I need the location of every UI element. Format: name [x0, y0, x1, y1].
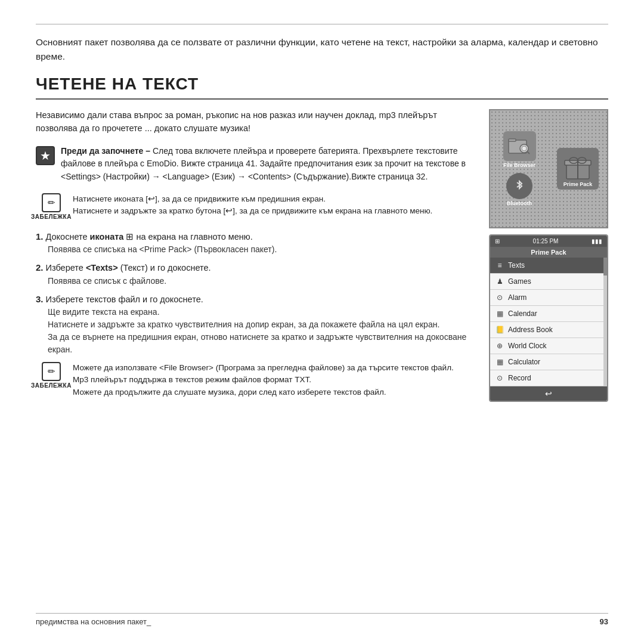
- footer-left: предимства на основния пакет_: [36, 617, 151, 626]
- right-column: File Browser Bluetooth: [489, 109, 608, 613]
- screen-back-button[interactable]: ↩: [490, 386, 607, 401]
- step2-text: Изберете <Texts> (Текст) и го докоснете.: [46, 263, 211, 273]
- menu-item-games[interactable]: ♟Games: [490, 274, 603, 290]
- step3-num: 3.: [36, 294, 44, 304]
- menu-item-label-3: Calendar: [508, 309, 537, 318]
- step2-sub: Появява се списък с файлове.: [48, 275, 478, 287]
- menu-item-address-book[interactable]: 📒Address Book: [490, 322, 603, 338]
- svg-line-4: [527, 151, 530, 154]
- step3-sub2: Натиснете и задръжте за кратко чувствите…: [48, 318, 478, 331]
- menu-item-calculator[interactable]: ▦Calculator: [490, 354, 603, 370]
- screen-title: Prime Pack: [490, 247, 607, 258]
- menu-item-texts[interactable]: ≡Texts: [490, 258, 603, 274]
- step-3: 3. Изберете текстов файл и го докоснете.…: [36, 292, 478, 356]
- scrollbar-track: [603, 258, 607, 386]
- zab1-label: ЗАБЕЛЕЖКА: [31, 213, 72, 220]
- menu-item-label-2: Alarm: [508, 293, 527, 302]
- file-browser-svg: [507, 135, 531, 157]
- zab2-line1: Можете да използвате <File Browser> (Про…: [73, 362, 478, 374]
- svg-point-3: [522, 146, 527, 151]
- note-zab1-block: ✏ ЗАБЕЛЕЖКА Натиснете иконата [↩], за да…: [36, 193, 478, 220]
- menu-item-icon-1: ♟: [495, 277, 504, 286]
- menu-item-label-1: Games: [508, 277, 531, 286]
- menu-item-record[interactable]: ⊙Record: [490, 370, 603, 386]
- zab1-line1: Натиснете иконата [↩], за да се придвижи…: [73, 193, 478, 205]
- note-zab2-block: ✏ ЗАБЕЛЕЖКА Можете да използвате <File B…: [36, 362, 478, 398]
- bluetooth-svg: [513, 179, 526, 193]
- menu-item-icon-5: ⊕: [495, 341, 504, 351]
- zab2-line3: Можете да продължите да слушате музика, …: [73, 386, 478, 398]
- screen-time: 01:25 PM: [533, 238, 559, 244]
- main-content: Независимо дали става въпрос за роман, р…: [36, 109, 608, 613]
- step1-text: Докоснете иконата ⊞ на екрана на главнот…: [46, 232, 253, 242]
- step1-num: 1.: [36, 231, 44, 242]
- menu-item-icon-6: ▦: [495, 357, 504, 367]
- menu-item-label-0: Texts: [508, 261, 525, 270]
- file-browser-icon-box: [503, 131, 536, 161]
- steps: 1. Докоснете иконата ⊞ на екрана на глав…: [36, 230, 478, 356]
- menu-item-label-6: Calculator: [508, 358, 540, 366]
- prime-pack-label: Prime Pack: [564, 181, 593, 187]
- note-star-block: ★ Преди да започнете – След това включет…: [36, 145, 478, 184]
- step-2: 2. Изберете <Texts> (Текст) и го докосне…: [36, 261, 478, 287]
- device-top-image: File Browser Bluetooth: [489, 109, 608, 228]
- menu-item-icon-4: 📒: [495, 325, 504, 335]
- menu-item-label-5: World Clock: [508, 342, 546, 350]
- zab1-col: ✏ ЗАБЕЛЕЖКА: [36, 193, 67, 220]
- menu-item-label-4: Address Book: [508, 326, 553, 334]
- device-right-icons: Prime Pack: [549, 110, 607, 227]
- device-inner: File Browser Bluetooth: [490, 110, 607, 227]
- step3-text: Изберете текстов файл и го докоснете.: [46, 295, 203, 304]
- left-column: Независимо дали става въпрос за роман, р…: [36, 109, 478, 613]
- menu-item-icon-0: ≡: [495, 261, 504, 270]
- step3-sub1: Ще видите текста на екрана.: [48, 306, 478, 318]
- prime-pack-icon-box: Prime Pack: [557, 148, 599, 190]
- device-left-icons: File Browser Bluetooth: [490, 110, 549, 227]
- bluetooth-icon-area: Bluetooth: [506, 173, 532, 206]
- menu-item-calendar[interactable]: ▦Calendar: [490, 306, 603, 322]
- screen-header: ⊞ 01:25 PM ▮▮▮: [490, 236, 607, 247]
- menu-item-alarm[interactable]: ⊙Alarm: [490, 290, 603, 306]
- zab2-body: Можете да използвате <File Browser> (Про…: [73, 362, 478, 398]
- zab1-body: Натиснете иконата [↩], за да се придвижи…: [73, 193, 478, 218]
- svg-rect-1: [509, 139, 516, 141]
- star-icon: ★: [36, 146, 55, 165]
- menu-item-icon-7: ⊙: [495, 373, 504, 383]
- bluetooth-circle: [506, 173, 532, 199]
- page: Основният пакет позволява да се ползвате…: [0, 0, 644, 644]
- footer: предимства на основния пакет_ 93: [36, 613, 608, 626]
- step2-num: 2.: [36, 262, 44, 273]
- screen-battery: ▮▮▮: [592, 238, 602, 244]
- menu-item-icon-3: ▦: [495, 309, 504, 318]
- zab1-icon: ✏: [42, 193, 61, 212]
- file-browser-icon-area: File Browser: [503, 131, 536, 168]
- zab2-label: ЗАБЕЛЕЖКА: [31, 382, 72, 389]
- footer-right: 93: [600, 617, 608, 626]
- menu-list: ≡Texts♟Games⊙Alarm▦Calendar📒Address Book…: [490, 258, 603, 386]
- section-title: ЧЕТЕНЕ НА ТЕКСТ: [36, 75, 608, 100]
- zab2-icon: ✏: [42, 362, 61, 381]
- scrollbar-thumb: [603, 258, 607, 275]
- intro-text: Основният пакет позволява да се ползвате…: [36, 35, 608, 64]
- zab2-col: ✏ ЗАБЕЛЕЖКА: [36, 362, 67, 389]
- top-rule: [36, 24, 608, 24]
- step1-sub: Появява се списъка на <Prime Pack> (Първ…: [48, 243, 478, 256]
- menu-list-wrapper: ≡Texts♟Games⊙Alarm▦Calendar📒Address Book…: [490, 258, 607, 386]
- zab1-line2: Натиснете и задръжте за кратко бутона [↩…: [73, 205, 478, 217]
- section-intro: Независимо дали става въпрос за роман, р…: [36, 109, 478, 135]
- menu-item-label-7: Record: [508, 374, 531, 382]
- file-browser-label: File Browser: [503, 162, 535, 168]
- prime-pack-svg: [562, 148, 595, 181]
- menu-item-world-clock[interactable]: ⊕World Clock: [490, 338, 603, 354]
- back-icon: ↩: [545, 389, 552, 398]
- screen-header-left: ⊞: [495, 238, 500, 244]
- screen-menu-icon: ⊞: [495, 238, 500, 244]
- note-star-body: Преди да започнете – След това включете …: [61, 145, 478, 184]
- note-star-title: Преди да започнете –: [61, 146, 150, 156]
- step-1: 1. Докоснете иконата ⊞ на екрана на глав…: [36, 230, 478, 256]
- menu-item-icon-2: ⊙: [495, 293, 504, 302]
- phone-screen: ⊞ 01:25 PM ▮▮▮ Prime Pack ≡Texts♟Games⊙A…: [489, 234, 608, 402]
- step3-sub3: За да се върнете на предишния екран, отн…: [48, 331, 478, 356]
- bluetooth-label: Bluetooth: [507, 200, 532, 206]
- zab2-line2: Mp3 плейърът поддържа в текстов режим фа…: [73, 374, 478, 386]
